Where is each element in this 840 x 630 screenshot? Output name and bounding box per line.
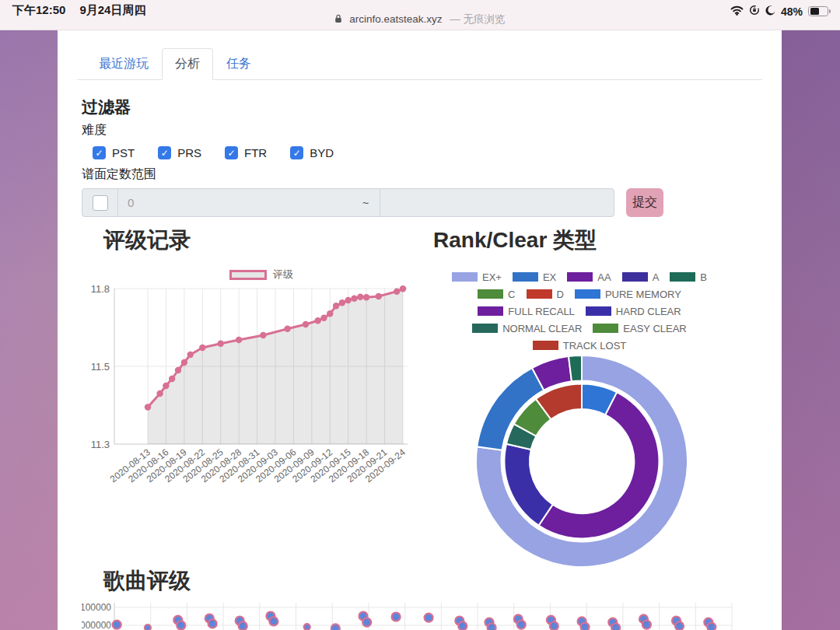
difficulty-checkbox-prs[interactable]: ✓PRS bbox=[158, 146, 201, 159]
submit-button[interactable]: 提交 bbox=[626, 188, 663, 217]
range-enable-checkbox[interactable] bbox=[93, 195, 108, 211]
difficulty-checkbox-byd[interactable]: ✓BYD bbox=[290, 146, 334, 159]
data-point[interactable] bbox=[239, 621, 247, 630]
tab-analysis[interactable]: 分析 bbox=[162, 48, 213, 80]
song-rating-scatter[interactable]: 1010000010000000 bbox=[82, 595, 743, 630]
data-point[interactable] bbox=[208, 619, 217, 628]
legend-swatch bbox=[478, 306, 503, 316]
data-point[interactable] bbox=[320, 315, 327, 321]
legend-swatch bbox=[452, 272, 478, 282]
data-point[interactable] bbox=[199, 345, 205, 351]
data-point[interactable] bbox=[187, 352, 194, 358]
range-min-input[interactable] bbox=[118, 189, 352, 216]
checkbox-label: BYD bbox=[310, 146, 334, 159]
legend-item-full-recall[interactable]: FULL RECALL bbox=[478, 306, 575, 317]
data-point[interactable] bbox=[327, 310, 333, 317]
legend-item-easy-clear[interactable]: EASY CLEAR bbox=[593, 323, 686, 334]
data-point[interactable] bbox=[345, 297, 352, 303]
data-point[interactable] bbox=[269, 617, 278, 625]
data-point[interactable] bbox=[488, 624, 496, 630]
address-bar[interactable]: arcinfo.eatsteak.xyz — 无痕浏览 bbox=[0, 12, 840, 26]
data-point[interactable] bbox=[362, 618, 371, 627]
data-point[interactable] bbox=[304, 624, 310, 630]
data-point[interactable] bbox=[175, 367, 181, 373]
legend-swatch bbox=[593, 324, 618, 333]
y-tick-label: 11.3 bbox=[91, 439, 110, 450]
legend-row: TRACK LOST bbox=[389, 340, 770, 351]
data-point[interactable] bbox=[331, 624, 340, 630]
tab-recent-plays[interactable]: 最近游玩 bbox=[86, 48, 162, 80]
legend-swatch bbox=[567, 272, 593, 282]
legend-label: B bbox=[700, 271, 707, 283]
legend-item-c[interactable]: C bbox=[478, 289, 515, 299]
data-point[interactable] bbox=[517, 621, 526, 629]
rank-clear-legend: EX+EXAAABCDPURE MEMORYFULL RECALLHARD CL… bbox=[389, 271, 770, 357]
range-enable-addon bbox=[82, 189, 118, 216]
data-point[interactable] bbox=[392, 613, 401, 621]
rating-line-chart[interactable]: 11.811.511.32020-08-132020-08-162020-08-… bbox=[82, 257, 428, 513]
data-point[interactable] bbox=[236, 337, 242, 343]
legend-label: D bbox=[557, 289, 564, 300]
legend-row: NORMAL CLEAREASY CLEAR bbox=[389, 323, 770, 334]
data-point[interactable] bbox=[376, 293, 382, 299]
legend-item-track-lost[interactable]: TRACK LOST bbox=[533, 340, 627, 351]
ipad-screen: { "status_bar": { "time": "下午12:50", "da… bbox=[0, 0, 840, 630]
legend-item-explus[interactable]: EX+ bbox=[452, 271, 502, 282]
legend-item-hard-clear[interactable]: HARD CLEAR bbox=[586, 306, 681, 317]
private-browsing-label: — 无痕浏览 bbox=[450, 13, 505, 25]
rank-clear-doughnut[interactable] bbox=[471, 350, 696, 576]
data-point[interactable] bbox=[169, 376, 175, 382]
legend-item-b[interactable]: B bbox=[670, 271, 707, 282]
difficulty-checkbox-ftr[interactable]: ✓FTR bbox=[225, 146, 267, 159]
legend-swatch bbox=[670, 272, 695, 282]
tab-tasks[interactable]: 任务 bbox=[213, 48, 264, 80]
legend-item-d[interactable]: D bbox=[527, 289, 564, 299]
data-point[interactable] bbox=[707, 623, 716, 630]
data-point[interactable] bbox=[675, 621, 684, 630]
data-point[interactable] bbox=[581, 623, 590, 630]
data-point[interactable] bbox=[642, 621, 651, 629]
data-point[interactable] bbox=[113, 621, 121, 629]
data-point[interactable] bbox=[156, 390, 163, 397]
data-point[interactable] bbox=[351, 296, 357, 302]
data-point[interactable] bbox=[425, 614, 433, 622]
data-point[interactable] bbox=[333, 303, 339, 309]
song-chart-title: 歌曲评级 bbox=[103, 566, 191, 596]
data-point[interactable] bbox=[284, 326, 290, 332]
legend-item-aa[interactable]: AA bbox=[567, 271, 611, 282]
data-point[interactable] bbox=[339, 299, 345, 306]
data-point[interactable] bbox=[611, 624, 620, 630]
legend-row: CDPURE MEMORY bbox=[389, 289, 770, 299]
data-point[interactable] bbox=[357, 294, 363, 300]
pie-slice-b[interactable] bbox=[569, 355, 582, 381]
data-point[interactable] bbox=[303, 321, 309, 327]
nav-tabs: 最近游玩分析任务 bbox=[77, 48, 762, 80]
range-max-input[interactable] bbox=[380, 189, 614, 216]
data-point[interactable] bbox=[550, 621, 558, 630]
legend-item-a[interactable]: A bbox=[622, 271, 660, 282]
y-tick-label: 10000000 bbox=[82, 620, 111, 630]
legend-item-normal-clear[interactable]: NORMAL CLEAR bbox=[472, 323, 582, 334]
checkbox-checked-icon: ✓ bbox=[158, 146, 171, 159]
legend-item-pure-memory[interactable]: PURE MEMORY bbox=[575, 289, 681, 299]
data-point[interactable] bbox=[458, 621, 467, 630]
data-point[interactable] bbox=[177, 621, 185, 630]
legend-swatch bbox=[472, 324, 498, 333]
legend-swatch bbox=[478, 289, 503, 299]
legend-label: EASY CLEAR bbox=[623, 323, 686, 334]
data-point[interactable] bbox=[315, 317, 321, 324]
legend-item-ex[interactable]: EX bbox=[513, 271, 556, 282]
data-point[interactable] bbox=[145, 625, 151, 630]
data-point[interactable] bbox=[145, 404, 151, 410]
data-point[interactable] bbox=[163, 383, 169, 389]
difficulty-checkbox-pst[interactable]: ✓PST bbox=[93, 146, 135, 159]
data-point[interactable] bbox=[218, 341, 224, 347]
legend-label: FULL RECALL bbox=[508, 306, 575, 317]
data-point[interactable] bbox=[363, 294, 369, 300]
page-content: 最近游玩分析任务 过滤器 难度 ✓PST✓PRS✓FTR✓BYD 谱面定数范围 … bbox=[58, 30, 782, 630]
data-point[interactable] bbox=[260, 332, 266, 338]
data-point[interactable] bbox=[181, 359, 187, 366]
range-separator: ~ bbox=[352, 189, 380, 216]
legend-swatch bbox=[533, 341, 558, 350]
legend-row: EX+EXAAAB bbox=[389, 271, 770, 282]
